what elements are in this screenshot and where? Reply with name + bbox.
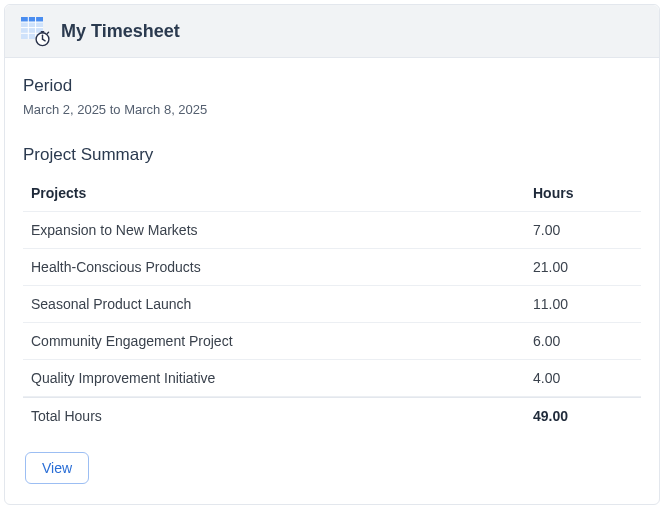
stopwatch-icon	[34, 30, 51, 47]
table-row: Quality Improvement Initiative 4.00	[23, 360, 641, 397]
period-label: Period	[23, 76, 641, 96]
col-header-projects: Projects	[31, 185, 533, 201]
project-hours: 7.00	[533, 222, 633, 238]
card-body: Period March 2, 2025 to March 8, 2025 Pr…	[5, 58, 659, 504]
table-row: Seasonal Product Launch 11.00	[23, 286, 641, 323]
page-title: My Timesheet	[61, 21, 180, 42]
project-hours: 11.00	[533, 296, 633, 312]
total-label: Total Hours	[31, 408, 533, 424]
period-range: March 2, 2025 to March 8, 2025	[23, 102, 641, 117]
project-name: Expansion to New Markets	[31, 222, 533, 238]
project-name: Community Engagement Project	[31, 333, 533, 349]
col-header-hours: Hours	[533, 185, 633, 201]
table-row: Expansion to New Markets 7.00	[23, 212, 641, 249]
view-button[interactable]: View	[25, 452, 89, 484]
timesheet-card: My Timesheet Period March 2, 2025 to Mar…	[4, 4, 660, 505]
project-name: Quality Improvement Initiative	[31, 370, 533, 386]
svg-line-12	[47, 32, 48, 33]
svg-rect-0	[21, 17, 43, 22]
table-header-row: Projects Hours	[23, 175, 641, 212]
project-name: Health-Conscious Products	[31, 259, 533, 275]
project-summary-table: Projects Hours Expansion to New Markets …	[23, 175, 641, 434]
table-total-row: Total Hours 49.00	[23, 397, 641, 434]
project-hours: 21.00	[533, 259, 633, 275]
total-hours: 49.00	[533, 408, 633, 424]
svg-rect-10	[41, 31, 45, 33]
actions-bar: View	[23, 452, 641, 484]
summary-title: Project Summary	[23, 145, 641, 165]
table-row: Community Engagement Project 6.00	[23, 323, 641, 360]
project-name: Seasonal Product Launch	[31, 296, 533, 312]
timesheet-icon	[21, 17, 49, 45]
project-hours: 4.00	[533, 370, 633, 386]
table-row: Health-Conscious Products 21.00	[23, 249, 641, 286]
card-header: My Timesheet	[5, 5, 659, 58]
project-hours: 6.00	[533, 333, 633, 349]
